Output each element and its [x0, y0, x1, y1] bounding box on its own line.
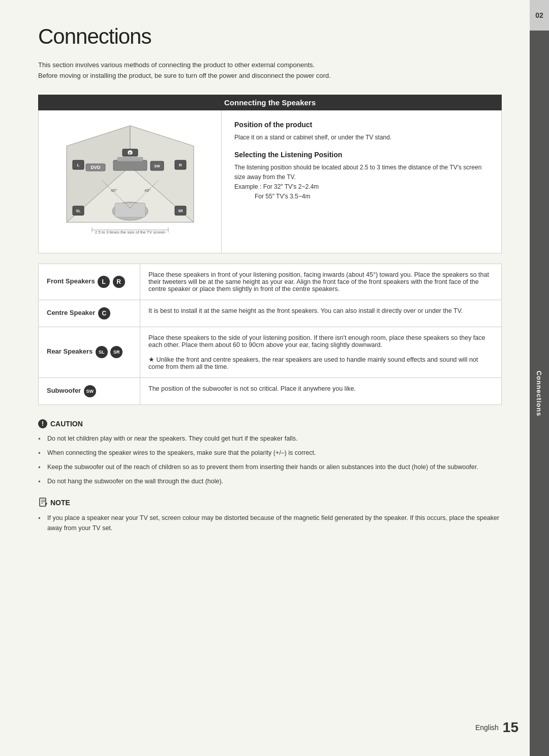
table-row: Centre Speaker C It is best to install i… [39, 300, 502, 327]
badge-SR: SR [110, 346, 123, 358]
svg-text:R: R [179, 163, 182, 167]
svg-rect-30 [40, 498, 46, 506]
position-text: Place it on a stand or cabinet shelf, or… [234, 133, 489, 142]
position-title: Position of the product [234, 121, 489, 129]
svg-text:45°: 45° [144, 188, 150, 193]
svg-text:SL: SL [76, 209, 81, 213]
table-row: Rear Speakers SL SR Place these speakers… [39, 327, 502, 377]
front-speakers-label: Front Speakers L R [39, 264, 140, 300]
note-icon [38, 498, 48, 508]
caution-icon: ! [38, 419, 47, 428]
room-diagram-svg: DVD C SW R L [51, 121, 209, 243]
note-item: If you place a speaker near your TV set,… [38, 513, 502, 533]
svg-rect-4 [117, 157, 143, 161]
badge-C: C [98, 307, 110, 319]
caution-item: Keep the subwoofer out of the reach of c… [38, 462, 502, 472]
page-title: Connections [38, 24, 502, 49]
speaker-section: DVD C SW R L [38, 110, 502, 253]
badge-L: L [98, 276, 110, 288]
centre-speaker-label: Centre Speaker C [39, 300, 140, 327]
description-area: Position of the product Place it on a st… [222, 110, 501, 253]
subwoofer-label: Subwoofer SW [39, 377, 140, 404]
speaker-table: Front Speakers L R Place these speakers … [38, 264, 502, 405]
svg-text:SW: SW [154, 164, 160, 168]
listening-title: Selecting the Listening Position [234, 151, 489, 159]
svg-rect-17 [115, 203, 145, 217]
section-header: Connecting the Speakers [38, 95, 502, 110]
rear-speakers-desc: Place these speakers to the side of your… [140, 327, 502, 377]
page-footer: English 15 [475, 719, 518, 736]
svg-text:2.5 to 3 times the size of the: 2.5 to 3 times the size of the TV screen [95, 230, 165, 235]
intro-line1: This section involves various methods of… [38, 60, 502, 71]
rear-speakers-label: Rear Speakers SL SR [39, 327, 140, 377]
caution-section: ! CAUTION Do not let children play with … [38, 419, 502, 486]
svg-text:L: L [77, 163, 79, 167]
table-row: Subwoofer SW The position of the subwoof… [39, 377, 502, 404]
section-number: 02 [530, 0, 549, 31]
svg-rect-3 [113, 160, 147, 170]
intro-text: This section involves various methods of… [38, 60, 502, 81]
svg-text:C: C [129, 152, 131, 155]
subwoofer-desc: The position of the subwoofer is not so … [140, 377, 502, 404]
diagram-area: DVD C SW R L [39, 110, 222, 253]
svg-text:DVD: DVD [90, 165, 101, 170]
badge-SL: SL [96, 346, 108, 358]
table-row: Front Speakers L R Place these speakers … [39, 264, 502, 300]
section-label: Connections [530, 31, 549, 756]
intro-line2: Before moving or installing the product,… [38, 71, 502, 81]
note-section: NOTE If you place a speaker near your TV… [38, 498, 502, 533]
side-tab: 02 Connections [530, 0, 549, 756]
caution-item: Do not hang the subwoofer on the wall th… [38, 476, 502, 486]
note-title: NOTE [38, 498, 502, 508]
caution-list: Do not let children play with or near th… [38, 433, 502, 486]
note-list: If you place a speaker near your TV set,… [38, 513, 502, 533]
page-number: 15 [503, 719, 518, 736]
caution-title: ! CAUTION [38, 419, 502, 428]
badge-R: R [113, 276, 125, 288]
caution-item: When connecting the speaker wires to the… [38, 448, 502, 458]
badge-SW: SW [84, 385, 96, 397]
centre-speaker-desc: It is best to install it at the same hei… [140, 300, 502, 327]
main-content: Connections This section involves variou… [0, 0, 530, 756]
svg-text:45°: 45° [111, 188, 117, 193]
page-language: English [475, 723, 499, 732]
front-speakers-desc: Place these speakers in front of your li… [140, 264, 502, 300]
listening-text: The listening position should be located… [234, 163, 489, 202]
caution-item: Do not let children play with or near th… [38, 433, 502, 444]
svg-text:SR: SR [178, 209, 183, 213]
